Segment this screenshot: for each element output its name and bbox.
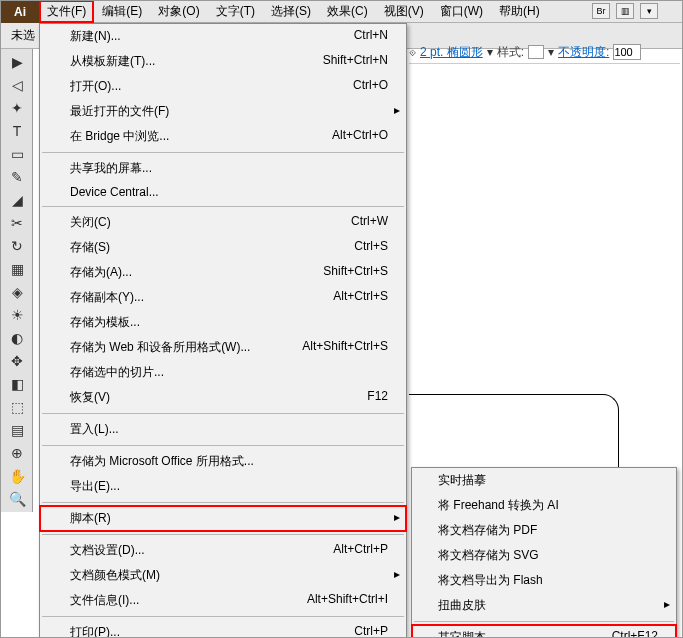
menu-label: 其它脚本...: [438, 629, 496, 638]
tool-15[interactable]: ⬚: [3, 396, 31, 418]
file-item-0[interactable]: 新建(N)...Ctrl+N: [40, 24, 406, 49]
menu-8[interactable]: 帮助(H): [491, 0, 548, 23]
tool-4[interactable]: ▭: [3, 143, 31, 165]
menu-label: 文档设置(D)...: [70, 542, 145, 559]
menu-label: 恢复(V): [70, 389, 110, 406]
menu-label: 文档颜色模式(M): [70, 567, 160, 584]
dd-icon[interactable]: ▾: [548, 45, 554, 59]
layout-button[interactable]: ▥: [616, 3, 634, 19]
menu-label: 从模板新建(T)...: [70, 53, 155, 70]
tool-2[interactable]: ✦: [3, 97, 31, 119]
tool-1[interactable]: ◁: [3, 74, 31, 96]
dropdown-button[interactable]: ▾: [640, 3, 658, 19]
script-item-1[interactable]: 将 Freehand 转换为 AI: [412, 493, 676, 518]
menu-label: 打开(O)...: [70, 78, 121, 95]
file-item-1[interactable]: 从模板新建(T)...Shift+Ctrl+N: [40, 49, 406, 74]
tool-5[interactable]: ✎: [3, 166, 31, 188]
tool-14[interactable]: ◧: [3, 373, 31, 395]
menu-label: 存储选中的切片...: [70, 364, 164, 381]
file-item-29[interactable]: 打印(P)...Ctrl+P: [40, 620, 406, 638]
file-item-14[interactable]: 存储为 Web 和设备所用格式(W)...Alt+Shift+Ctrl+S: [40, 335, 406, 360]
opacity-label[interactable]: 不透明度:: [558, 44, 609, 61]
tool-7[interactable]: ✂: [3, 212, 31, 234]
tool-13[interactable]: ✥: [3, 350, 31, 372]
style-swatch[interactable]: [528, 45, 544, 59]
script-item-5[interactable]: 扭曲皮肤: [412, 593, 676, 618]
script-item-2[interactable]: 将文档存储为 PDF: [412, 518, 676, 543]
spinner-icon[interactable]: ⟐: [409, 45, 416, 59]
tool-8[interactable]: ↻: [3, 235, 31, 257]
tool-9[interactable]: ▦: [3, 258, 31, 280]
menu-label: 存储为(A)...: [70, 264, 132, 281]
script-item-4[interactable]: 将文档导出为 Flash: [412, 568, 676, 593]
file-item-20[interactable]: 存储为 Microsoft Office 所用格式...: [40, 449, 406, 474]
menu-label: 导出(E)...: [70, 478, 120, 495]
menu-shortcut: Alt+Shift+Ctrl+I: [307, 592, 388, 609]
tool-10[interactable]: ◈: [3, 281, 31, 303]
menu-1[interactable]: 编辑(E): [94, 0, 150, 23]
file-item-9[interactable]: 关闭(C)Ctrl+W: [40, 210, 406, 235]
tool-12[interactable]: ◐: [3, 327, 31, 349]
script-item-7[interactable]: 其它脚本...Ctrl+F12: [412, 625, 676, 638]
script-item-3[interactable]: 将文档存储为 SVG: [412, 543, 676, 568]
menu-label: 新建(N)...: [70, 28, 121, 45]
toolbox: ▶◁✦T▭✎◢✂↻▦◈☀◐✥◧⬚▤⊕✋🔍: [1, 49, 33, 512]
file-item-21[interactable]: 导出(E)...: [40, 474, 406, 499]
dd-icon[interactable]: ▾: [487, 45, 493, 59]
menu-label: 置入(L)...: [70, 421, 119, 438]
menu-label: 最近打开的文件(F): [70, 103, 169, 120]
menu-label: 将文档存储为 PDF: [438, 522, 537, 539]
menu-2[interactable]: 对象(O): [150, 0, 207, 23]
tool-6[interactable]: ◢: [3, 189, 31, 211]
menu-6[interactable]: 视图(V): [376, 0, 432, 23]
menu-label: Device Central...: [70, 185, 159, 199]
tool-19[interactable]: 🔍: [3, 488, 31, 510]
file-item-27[interactable]: 文件信息(I)...Alt+Shift+Ctrl+I: [40, 588, 406, 613]
tool-18[interactable]: ✋: [3, 465, 31, 487]
file-item-11[interactable]: 存储为(A)...Shift+Ctrl+S: [40, 260, 406, 285]
menu-shortcut: Alt+Ctrl+O: [332, 128, 388, 145]
file-item-4[interactable]: 在 Bridge 中浏览...Alt+Ctrl+O: [40, 124, 406, 149]
menu-label: 将文档存储为 SVG: [438, 547, 539, 564]
menu-label: 文件信息(I)...: [70, 592, 139, 609]
menu-shortcut: Alt+Shift+Ctrl+S: [302, 339, 388, 356]
file-item-16[interactable]: 恢复(V)F12: [40, 385, 406, 410]
tool-11[interactable]: ☀: [3, 304, 31, 326]
menu-shortcut: Shift+Ctrl+N: [323, 53, 388, 70]
file-item-3[interactable]: 最近打开的文件(F): [40, 99, 406, 124]
menu-0[interactable]: 文件(F): [39, 0, 94, 23]
file-item-15[interactable]: 存储选中的切片...: [40, 360, 406, 385]
file-item-25[interactable]: 文档设置(D)...Alt+Ctrl+P: [40, 538, 406, 563]
bridge-button[interactable]: Br: [592, 3, 610, 19]
menu-label: 将文档导出为 Flash: [438, 572, 543, 589]
menu-5[interactable]: 效果(C): [319, 0, 376, 23]
tool-17[interactable]: ⊕: [3, 442, 31, 464]
script-item-0[interactable]: 实时描摹: [412, 468, 676, 493]
file-item-2[interactable]: 打开(O)...Ctrl+O: [40, 74, 406, 99]
menu-shortcut: Ctrl+P: [354, 624, 388, 638]
file-item-6[interactable]: 共享我的屏幕...: [40, 156, 406, 181]
menu-label: 扭曲皮肤: [438, 597, 486, 614]
tool-16[interactable]: ▤: [3, 419, 31, 441]
menu-3[interactable]: 文字(T): [208, 0, 263, 23]
file-sep: [42, 206, 404, 207]
menu-shortcut: Ctrl+S: [354, 239, 388, 256]
file-sep: [42, 445, 404, 446]
file-item-26[interactable]: 文档颜色模式(M): [40, 563, 406, 588]
menu-shortcut: F12: [367, 389, 388, 406]
tool-3[interactable]: T: [3, 120, 31, 142]
menu-shortcut: Ctrl+O: [353, 78, 388, 95]
file-item-18[interactable]: 置入(L)...: [40, 417, 406, 442]
stroke-profile[interactable]: 2 pt. 椭圆形: [420, 44, 483, 61]
menu-label: 存储副本(Y)...: [70, 289, 144, 306]
menu-7[interactable]: 窗口(W): [432, 0, 491, 23]
menu-shortcut: Ctrl+W: [351, 214, 388, 231]
file-item-10[interactable]: 存储(S)Ctrl+S: [40, 235, 406, 260]
opacity-input[interactable]: [613, 44, 641, 60]
file-item-12[interactable]: 存储副本(Y)...Alt+Ctrl+S: [40, 285, 406, 310]
file-item-7[interactable]: Device Central...: [40, 181, 406, 203]
menu-4[interactable]: 选择(S): [263, 0, 319, 23]
tool-0[interactable]: ▶: [3, 51, 31, 73]
file-item-23[interactable]: 脚本(R): [40, 506, 406, 531]
file-item-13[interactable]: 存储为模板...: [40, 310, 406, 335]
